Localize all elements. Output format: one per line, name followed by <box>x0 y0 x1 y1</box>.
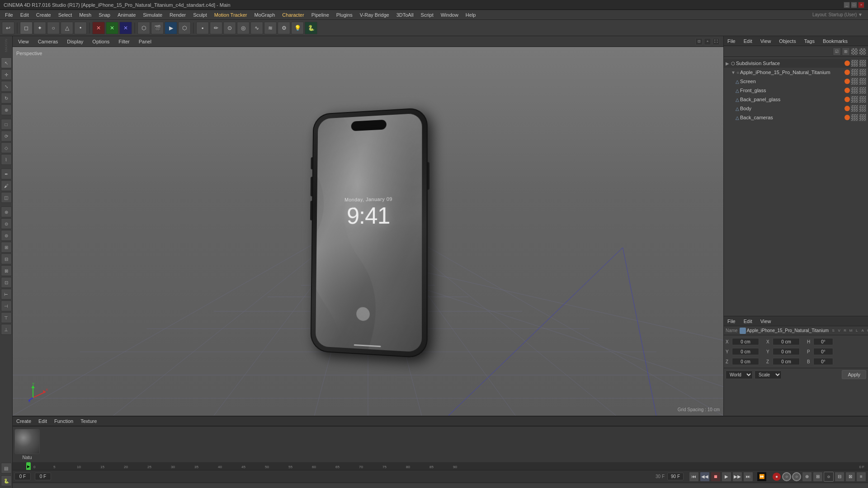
maximize-button[interactable]: □ <box>851 2 857 8</box>
bevel-tool-button[interactable]: ◇ <box>1 142 12 153</box>
scale-tool-button[interactable]: ⤡ <box>1 81 12 92</box>
coord-x-pos-input[interactable] <box>732 338 759 345</box>
menu-mograph[interactable]: MoGraph <box>251 11 278 19</box>
render-button[interactable]: ▶ <box>165 22 177 34</box>
frame-end-indicator[interactable]: 90 F <box>667 473 684 480</box>
snap-motion-button[interactable]: ○ <box>792 472 801 481</box>
attr-file-menu[interactable]: File <box>726 318 737 325</box>
viewport-cameras-menu[interactable]: Cameras <box>36 38 60 45</box>
apply-button[interactable]: Apply <box>842 370 866 379</box>
snap-preview-button[interactable]: ⊟ <box>835 472 844 482</box>
coord-z-sub-input[interactable] <box>773 358 800 365</box>
object-mode-button[interactable]: ○ <box>47 22 60 34</box>
menu-plugins[interactable]: Plugins <box>333 11 356 19</box>
viewport-options-menu[interactable]: Options <box>90 38 111 45</box>
snap-playback-button[interactable]: ● <box>772 472 781 481</box>
light-button[interactable]: 💡 <box>291 22 304 34</box>
coord-y-pos-input[interactable] <box>732 348 759 355</box>
transport-record[interactable]: ⏩ <box>757 472 767 482</box>
attr-view-menu[interactable]: View <box>759 318 773 325</box>
texture-tool-button[interactable]: ◫ <box>1 192 12 203</box>
transport-goto-start[interactable]: ⏮ <box>689 472 699 482</box>
select-tool-button[interactable]: ↖ <box>1 57 12 68</box>
viewport-settings-button[interactable]: + <box>704 38 711 45</box>
frame-current-indicator[interactable]: 0 F <box>35 473 51 480</box>
scene-icon-1[interactable]: ☑ <box>833 47 841 56</box>
menu-render[interactable]: Render <box>166 11 189 19</box>
coord-p-input[interactable] <box>813 348 833 355</box>
python-side-button[interactable]: 🐍 <box>1 475 12 486</box>
menu-pipeline[interactable]: Pipeline <box>308 11 332 19</box>
python-button[interactable]: 🐍 <box>305 22 317 34</box>
tree-item-subdivision-surface[interactable]: ▶ ⬡ Subdivision Surface <box>724 59 868 68</box>
sculpt-tool-7-button[interactable]: ⊡ <box>1 277 12 288</box>
snap-local-button[interactable]: ⊞ <box>813 472 823 482</box>
viewport-view-menu[interactable]: View <box>16 38 31 45</box>
model-mode-button[interactable]: ◻ <box>20 22 33 34</box>
menu-edit[interactable]: Edit <box>17 11 32 19</box>
mat-edit-menu[interactable]: Edit <box>37 418 49 425</box>
bridge-tool-button[interactable]: ⌇ <box>1 154 12 165</box>
scene-tags-menu[interactable]: Tags <box>802 38 816 45</box>
sculpt-tool-6-button[interactable]: ⊠ <box>1 265 12 276</box>
menu-motion-tracker[interactable]: Motion Tracker <box>211 11 250 19</box>
extrude-tool-button[interactable]: □ <box>1 119 12 130</box>
menu-sculpt[interactable]: Sculpt <box>190 11 210 19</box>
frame-start-indicator[interactable]: 0 F <box>14 473 31 480</box>
snap-3d-button[interactable]: ⊕ <box>802 472 812 482</box>
scene-bookmarks-menu[interactable]: Bookmarks <box>821 38 849 45</box>
transport-next-key[interactable]: ▶▶ <box>732 472 742 482</box>
sculpt-tool-1-button[interactable]: ⊛ <box>1 206 12 217</box>
menu-file[interactable]: File <box>2 11 16 19</box>
layers-button[interactable]: ▤ <box>1 463 12 474</box>
window-controls[interactable]: _ □ × <box>844 2 864 8</box>
menu-window[interactable]: Window <box>438 11 462 19</box>
menu-vray[interactable]: V-Ray Bridge <box>357 11 392 19</box>
coord-z-pos-input[interactable] <box>732 358 759 365</box>
snap-mode-button[interactable]: ○ <box>782 472 791 481</box>
transport-goto-end[interactable]: ⏭ <box>743 472 753 482</box>
snap-world-button[interactable]: ⌾ <box>824 472 834 482</box>
nurbs-button[interactable]: ≋ <box>264 22 277 34</box>
pencil-button[interactable]: ✏ <box>210 22 222 34</box>
tree-item-iphone-null[interactable]: ▼ ○ Apple_iPhone_15_Pro_Natural_Titanium <box>724 68 868 77</box>
menu-3dtoall[interactable]: 3DToAll <box>393 11 417 19</box>
texture-mode-button[interactable]: ✦ <box>33 22 46 34</box>
mat-function-menu[interactable]: Function <box>52 418 75 425</box>
scene-icon-2[interactable]: ⊞ <box>842 47 850 56</box>
menu-mesh[interactable]: Mesh <box>76 11 94 19</box>
rotate-tool-button[interactable]: ↻ <box>1 93 12 103</box>
viewport-panel-menu[interactable]: Panel <box>137 38 153 45</box>
film-button[interactable]: 🎬 <box>151 22 164 34</box>
sculpt-tool-4-button[interactable]: ⊞ <box>1 242 12 253</box>
paint-tool-button[interactable]: 🖌 <box>1 180 12 191</box>
poly-select-button[interactable]: ⬡ <box>137 22 150 34</box>
tree-item-screen[interactable]: △ Screen <box>724 77 868 86</box>
attr-edit-menu[interactable]: Edit <box>742 318 754 325</box>
mat-texture-menu[interactable]: Texture <box>79 418 99 425</box>
transport-play[interactable]: ▶ <box>722 472 731 482</box>
tree-item-back-panel-glass[interactable]: △ Back_panel_glass <box>724 95 868 104</box>
menu-snap[interactable]: Snap <box>95 11 113 19</box>
snap-grid-button[interactable]: ≡ <box>856 472 866 482</box>
move-tool-button[interactable]: ✛ <box>1 69 12 80</box>
deform-button[interactable]: ⚙ <box>278 22 290 34</box>
tree-item-front-glass[interactable]: △ Front_glass <box>724 86 868 95</box>
sculpt-tool-5-button[interactable]: ⊟ <box>1 253 12 264</box>
z-btn[interactable]: ✕ <box>119 22 132 34</box>
point-mode-button[interactable]: • <box>74 22 87 34</box>
x-btn[interactable]: ✕ <box>92 22 105 34</box>
coord-h-input[interactable] <box>813 338 833 345</box>
draw-tool-button[interactable]: ✒ <box>1 169 12 179</box>
scale-mode-dropdown[interactable]: Scale Size <box>755 371 782 379</box>
sculpt-tool-9-button[interactable]: ⊣ <box>1 300 12 311</box>
viewport-fullscreen-button[interactable]: ⛶ <box>712 38 720 45</box>
spline-button[interactable]: ∿ <box>250 22 263 34</box>
coord-mode-dropdown[interactable]: World Object <box>726 371 753 379</box>
viewport-display-menu[interactable]: Display <box>65 38 85 45</box>
tree-item-body[interactable]: △ Body <box>724 104 868 113</box>
menu-script[interactable]: Script <box>418 11 437 19</box>
scene-file-menu[interactable]: File <box>726 38 737 45</box>
scene-edit-menu[interactable]: Edit <box>742 38 754 45</box>
sculpt-tool-3-button[interactable]: ⊜ <box>1 230 12 241</box>
